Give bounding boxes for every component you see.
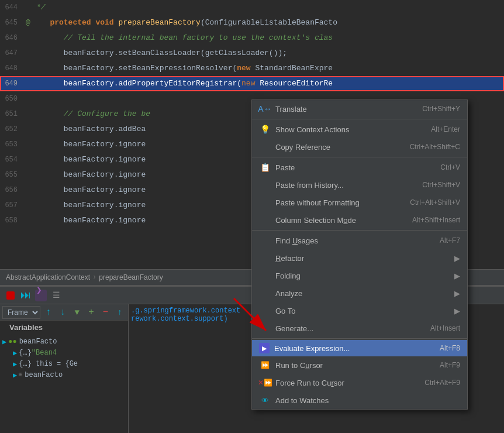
force-run-shortcut: Ctrl+Alt+F9 [424,379,460,387]
generate-icon [259,322,271,334]
var-item-bean4[interactable]: ▶ {…} "Bean4 [13,348,126,359]
code-line-646: 646 // Tell the internal bean factory to… [0,30,504,46]
folding-label: Folding [275,272,440,280]
var-item-this[interactable]: ▶ {…} this = {Ge [13,359,126,370]
settings-button[interactable]: ☰ [50,290,62,301]
find-usages-label: Find Usages [275,236,428,245]
column-mode-shortcut: Alt+Shift+Insert [412,216,460,224]
code-line-649: 649 beanFactory.addPropertyEditorRegistr… [0,76,504,91]
breadcrumb-method[interactable]: prepareBeanFactory [99,273,163,281]
stop-button[interactable] [5,290,16,301]
variables-panel: Frame ↑ ↓ ▼ + − ↑ Variables ▶ ●● beanFac… [0,304,129,433]
menu-item-force-run[interactable]: ✕⏩ Force Run to Cursor Ctrl+Alt+F9 [252,374,467,391]
translate-label: Translate [275,105,410,114]
menu-item-add-watches[interactable]: 👁 Add to Watches [252,391,467,409]
menu-item-goto[interactable]: Go To ▶ [252,302,467,319]
menu-item-copy-reference[interactable]: Copy Reference Ctrl+Alt+Shift+C [252,138,467,156]
goto-icon [259,305,271,317]
menu-item-generate[interactable]: Generate... Alt+Insert [252,319,467,337]
filter-button[interactable]: ▼ [71,306,83,319]
var-list: ▶ ●● beanFacto ▶ {…} "Bean4 ▶ {…} this =… [0,334,128,383]
analyze-arrow: ▶ [454,289,460,298]
find-usages-shortcut: Alt+F7 [440,236,460,245]
paste-no-format-label: Paste without Formatting [275,198,398,207]
menu-item-find-usages[interactable]: Find Usages Alt+F7 [252,232,467,249]
menu-item-paste-history[interactable]: Paste from History... Ctrl+Shift+V [252,176,467,194]
separator-4 [252,338,467,339]
context-actions-shortcut: Alt+Enter [431,125,460,133]
context-actions-label: Show Context Actions [275,125,419,134]
paste-icon: 📋 [259,161,271,173]
goto-label: Go To [275,307,440,315]
copy-reference-label: Copy Reference [275,143,398,152]
folding-icon [259,270,271,281]
breadcrumb-class[interactable]: AbstractApplicationContext [6,273,90,281]
code-line-647: 647 beanFactory.setBeanClassLoader(getCl… [0,46,504,61]
column-mode-icon [259,214,271,226]
context-menu: A↔ Translate Ctrl+Shift+Y 💡 Show Context… [251,99,468,410]
paste-history-icon [259,179,271,191]
move-down-button[interactable]: ↓ [57,306,68,319]
analyze-label: Analyze [275,289,440,298]
evaluate-label: Evaluate Expression... [274,344,428,353]
column-mode-label: Column Selection Mode [275,216,401,225]
generate-label: Generate... [275,324,419,333]
add-button[interactable]: + [85,306,97,319]
move-up-button[interactable]: ↑ [43,306,54,319]
var-item-beanfacto[interactable]: ▶ ●● beanFacto [2,336,126,348]
refactor-label: Refactor [275,254,440,263]
var-item-beanfacto-sub[interactable]: ▶ ⊞ beanFacto [13,370,126,381]
skip-to-end-button[interactable]: ⏭ [20,290,32,301]
bulb-icon: 💡 [259,123,271,135]
code-line-644: 644 */ [0,0,504,15]
run-to-cursor-label: Run to Cursor [275,361,428,370]
separator-2 [252,157,467,157]
paste-history-label: Paste from History... [275,181,410,190]
find-icon [259,235,271,246]
run-cursor-icon: ⏩ [259,359,271,371]
translate-icon: A↔ [259,103,271,115]
paste-shortcut: Ctrl+V [440,163,460,171]
evaluate-icon: ▶ [259,343,270,353]
menu-item-translate[interactable]: A↔ Translate Ctrl+Shift+Y [252,100,467,118]
paste-no-format-shortcut: Ctrl+Alt+Shift+V [410,198,460,207]
menu-item-context-actions[interactable]: 💡 Show Context Actions Alt+Enter [252,121,467,138]
menu-item-analyze[interactable]: Analyze ▶ [252,284,467,302]
menu-item-paste[interactable]: 📋 Paste Ctrl+V [252,159,467,176]
separator-3 [252,230,467,231]
generate-shortcut: Alt+Insert [430,324,460,332]
variables-title: Variables [5,321,128,334]
separator-1 [252,119,467,119]
watches-icon: 👁 [259,394,271,406]
paste-label: Paste [275,163,429,172]
analyze-icon [259,287,271,299]
folding-arrow: ▶ [454,272,460,280]
code-line-645: 645 @ protected void prepareBeanFactory(… [0,15,504,30]
menu-item-evaluate[interactable]: ▶ Evaluate Expression... Alt+F8 [252,340,467,356]
refactor-icon [259,252,271,264]
menu-item-run-to-cursor[interactable]: ⏩ Run to Cursor Alt+F9 [252,356,467,374]
var-toolbar: Frame ↑ ↓ ▼ + − ↑ [0,304,128,321]
copy-reference-shortcut: Ctrl+Alt+Shift+C [410,143,460,151]
goto-arrow: ▶ [454,307,460,315]
menu-item-paste-no-format[interactable]: Paste without Formatting Ctrl+Alt+Shift+… [252,194,467,211]
code-line-648: 648 beanFactory.setBeanExpressionResolve… [0,61,504,76]
console-button[interactable]: ❯_ [35,290,47,301]
run-to-cursor-shortcut: Alt+F9 [440,361,460,369]
navigate-up-button[interactable]: ↑ [114,306,126,319]
menu-item-folding[interactable]: Folding ▶ [252,267,467,284]
evaluate-shortcut: Alt+F8 [440,344,460,352]
menu-item-refactor[interactable]: Refactor ▶ [252,249,467,267]
menu-item-column-mode[interactable]: Column Selection Mode Alt+Shift+Insert [252,211,467,229]
frame-select[interactable]: Frame [2,306,40,319]
translate-shortcut: Ctrl+Shift+Y [422,105,460,113]
force-run-label: Force Run to Cursor [275,379,413,387]
copy-ref-icon [259,141,271,153]
remove-button[interactable]: − [99,306,111,319]
force-run-icon: ✕⏩ [259,377,271,389]
paste-no-format-icon [259,197,271,208]
refactor-arrow: ▶ [454,254,460,263]
paste-history-shortcut: Ctrl+Shift+V [422,181,460,189]
add-watches-label: Add to Watches [275,396,448,405]
